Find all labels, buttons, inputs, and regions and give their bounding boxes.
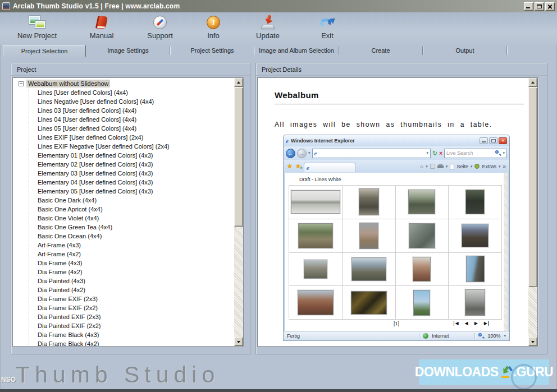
tree-item[interactable]: Lines 03 [User defined Colors] (4x4) <box>13 106 234 115</box>
tree-item[interactable]: Dia Painted (4x3) <box>13 276 234 285</box>
thumbnail-church-on-river <box>291 190 340 214</box>
tree-item[interactable]: Lines 05 [User defined Colors] (4x4) <box>13 124 234 133</box>
downloads-guru-badge[interactable]: DOWNLOADS .GURU <box>419 359 549 385</box>
scroll-down-button[interactable] <box>234 337 243 346</box>
manual-icon <box>95 16 108 29</box>
ie-favicon: e <box>314 150 317 156</box>
tree-item[interactable]: Lines Negative [User defined Colors] (4x… <box>13 97 234 106</box>
close-button[interactable] <box>545 2 555 11</box>
tree-item-label: Lines 03 [User defined Colors] (4x4) <box>38 107 136 114</box>
feeds-icon <box>430 164 435 169</box>
history-caret-icon: ▾ <box>308 151 311 155</box>
maximize-button[interactable] <box>535 2 544 11</box>
tab-project-settings[interactable]: Project Settings <box>170 45 254 57</box>
thumbnail-canal-with-trees <box>359 188 379 215</box>
titlebar: Arclab Thumb Studio v1.5 | Free | www.ar… <box>0 0 557 12</box>
ie-status-bar: Fertig Internet 100% ▾ <box>284 331 509 340</box>
project-tree-scrollbar[interactable] <box>234 78 243 346</box>
tree-branch-line <box>43 155 48 156</box>
tree-item[interactable]: Dia Frame EXIF (2x2) <box>13 303 234 312</box>
thumbnail-canal-street <box>351 257 386 281</box>
tree-item[interactable]: Basic One Violet (4x4) <box>13 214 234 223</box>
exit-icon <box>319 16 336 30</box>
thumbnail-canal-boat <box>298 223 333 248</box>
support-icon <box>153 16 167 29</box>
tree-item[interactable]: Lines EXIF [User defined Colors] (2x4) <box>13 133 234 142</box>
exit-button[interactable]: Exit <box>298 14 357 43</box>
support-button[interactable]: Support <box>131 14 189 43</box>
tree-item[interactable]: Dia Frame Black (4x3) <box>13 330 234 339</box>
tab-image-settings[interactable]: Image Settings <box>86 45 170 57</box>
tree-item[interactable]: Elementary 03 [User defined Colors] (4x3… <box>13 169 234 178</box>
tree-item-label: Elementary 01 [User defined Colors] (4x3… <box>38 152 153 159</box>
download-arrow-icon <box>500 366 512 379</box>
tree-branch-line <box>43 209 48 210</box>
heading-rule <box>275 104 524 104</box>
scrollbar-thumb[interactable] <box>528 87 537 287</box>
thumbnail-industrial-wheel <box>465 289 485 316</box>
tab-project-selection[interactable]: Project Selection <box>3 45 86 57</box>
details-scrollbar[interactable] <box>528 78 537 346</box>
scrollbar-thumb[interactable] <box>234 87 243 227</box>
tree-branch-line <box>43 326 48 326</box>
ie-navigation-bar: ← → ▾ e ▾ ↻ × Live Search ▾ <box>284 146 509 160</box>
update-button[interactable]: Update <box>239 14 297 43</box>
info-button[interactable]: i Info <box>184 14 243 43</box>
tree-item[interactable]: Elementary 01 [User defined Colors] (4x3… <box>13 151 234 160</box>
project-panel: Project Webalbum without Slideshow Lines… <box>11 63 250 354</box>
project-tree-listbox: Webalbum without Slideshow Lines [User d… <box>12 77 244 347</box>
tree-item[interactable]: Basic One Apricot (4x4) <box>13 205 234 214</box>
scroll-down-button[interactable] <box>528 337 537 346</box>
tree-item[interactable]: Dia Painted (4x2) <box>13 285 234 294</box>
tree-item[interactable]: Art Frame (4x2) <box>13 250 234 259</box>
tree-item[interactable]: Dia Painted EXIF (2x3) <box>13 312 234 321</box>
manual-button[interactable]: Manual <box>72 14 131 43</box>
tree-branch-line <box>43 299 48 299</box>
tree-item[interactable]: Basic One Ocean (4x4) <box>13 232 234 241</box>
thumbnail-canal-bridge <box>408 190 435 214</box>
tree-item[interactable]: Dia Frame (4x2) <box>13 268 234 276</box>
next-page-icon: ▶ <box>474 321 478 326</box>
tab-image-album-selection[interactable]: Image and Album Selection <box>254 45 339 57</box>
scroll-up-button[interactable] <box>234 78 243 87</box>
minimize-button[interactable] <box>524 2 533 11</box>
tree-item[interactable]: Lines [User defined Colors] (4x4) <box>13 88 234 97</box>
tree-item[interactable]: Elementary 02 [User defined Colors] (4x3… <box>13 160 234 169</box>
tree-branch-line <box>43 245 48 246</box>
tree-branch-line <box>43 272 48 273</box>
maximize-icon <box>537 4 542 8</box>
collapse-icon[interactable] <box>19 81 24 86</box>
ie-status-text: Fertig <box>287 333 300 339</box>
tree-item[interactable]: Lines EXIF Negative [User defined Colors… <box>13 142 234 151</box>
tree-item[interactable]: Dia Frame Black (4x2) <box>13 339 234 346</box>
tree-item-label: Basic One Green Tea (4x4) <box>38 224 112 230</box>
tab-create[interactable]: Create <box>339 45 423 57</box>
tree-item[interactable]: Dia Painted EXIF (2x2) <box>13 321 234 330</box>
tree-item[interactable]: Art Frame (4x3) <box>13 241 234 250</box>
app-icon <box>2 2 10 10</box>
tree-root-item[interactable]: Webalbum without Slideshow <box>13 79 234 88</box>
tree-branch-line <box>43 191 48 192</box>
tree-item[interactable]: Dia Frame (4x3) <box>13 259 234 268</box>
tree-item[interactable]: Dia Frame EXIF (2x3) <box>13 294 234 303</box>
first-page-icon: ◀ <box>454 321 458 326</box>
ie-titlebar: e Windows Internet Explorer × <box>284 135 509 146</box>
thumbnail-cell <box>343 253 396 287</box>
tree-item[interactable]: Basic One Dark (4x4) <box>13 196 234 205</box>
minimize-icon <box>526 7 530 8</box>
tree-branch-line <box>43 102 48 102</box>
thumbnail-cell <box>289 186 343 219</box>
tree-item[interactable]: Lines 04 [User defined Colors] (4x4) <box>13 115 234 124</box>
tree-item[interactable]: Basic One Green Tea (4x4) <box>13 223 234 232</box>
tree-branch-line <box>43 200 48 201</box>
ie-page-content: Draft - Lines White [1] ◀ ◀ ▶ ▶ <box>285 173 508 331</box>
tab-output[interactable]: Output <box>423 45 507 57</box>
chevron-more-icon: » <box>503 163 506 169</box>
new-project-button[interactable]: New Project <box>8 14 66 43</box>
scroll-up-button[interactable] <box>528 78 537 87</box>
address-caret-icon: ▾ <box>426 151 428 155</box>
tree-item-label: Elementary 04 [User defined Colors] (4x3… <box>38 179 153 186</box>
tree-item[interactable]: Elementary 04 [User defined Colors] (4x3… <box>13 178 234 187</box>
tree-item[interactable]: Elementary 05 [User defined Colors] (4x3… <box>13 187 234 196</box>
thumbnail-table <box>289 185 502 320</box>
